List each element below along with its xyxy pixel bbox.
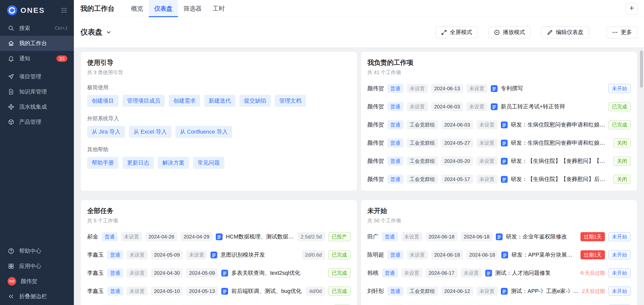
work-item-title[interactable]: 意图识别模块开发 xyxy=(221,251,265,259)
dashboard-selector[interactable]: 仪表盘 xyxy=(80,27,112,37)
work-item-title[interactable]: HCM数据梳理、测试数据整理 xyxy=(226,233,294,240)
work-item-row[interactable]: 郝金普通未设置2024-04-262024-04-29HCM数据梳理、测试数据整… xyxy=(87,228,351,246)
work-item-title[interactable]: 研发：【生病住院】【丧葬慰问】【红娘奖】 xyxy=(511,157,610,165)
search-label: 搜索 xyxy=(19,24,30,32)
guide-links: 创建项目管理项目成员创建需求新建迭代提交缺陷管理文档 xyxy=(87,95,351,107)
work-item-title[interactable]: 研发：生病住院慰问丧葬申请和红娘奖申请… xyxy=(511,121,605,129)
guide-link[interactable]: 创建项目 xyxy=(87,95,118,107)
guide-link[interactable]: 解决方案 xyxy=(158,157,189,169)
work-item-title[interactable]: 研发：APP菜单分块展示研发中… xyxy=(511,251,577,259)
work-item-title[interactable]: 专利撰写 xyxy=(501,85,523,92)
work-rows: 田广普通未设置2024-06-182024-06-18研发：企业年鉴权限修改过期… xyxy=(367,228,631,305)
work-item-row[interactable]: 李鑫玉普通未设置2024-05-09未设置意图识别模块开发2d/0.6d已完成 xyxy=(87,246,351,264)
group-tag: 工会党群组 xyxy=(407,175,438,184)
sidebar-item-notifications[interactable]: 通知33 xyxy=(0,51,74,66)
work-item-row[interactable]: 颜伟贺普通工会党群组2024-06-03未设置研发：生病住院慰问丧葬申请和红娘奖… xyxy=(367,116,631,134)
row-badges: 2.5d/2.5d已投产 xyxy=(298,232,350,241)
edit-icon xyxy=(547,29,553,36)
workload-tag: 2d/0.6d xyxy=(302,250,325,259)
dashboard-grid: 使用引导共 3 类使用引导极简使用创建项目管理项目成员创建需求新建迭代提交缺陷管… xyxy=(74,47,644,305)
row-badges: 关闭 xyxy=(614,138,631,147)
due-date-tag: 未设置 xyxy=(476,287,498,296)
sidebar-item-product[interactable]: 产品管理 xyxy=(0,114,74,130)
apps-icon xyxy=(8,263,15,270)
work-item-title[interactable]: 研发：企业年鉴权限修改 xyxy=(506,233,567,240)
expiry-badge: 过期1天 xyxy=(580,232,605,241)
toolbar-button-more[interactable]: 更多 xyxy=(606,26,637,38)
ones-logo-icon xyxy=(7,5,17,15)
guide-link[interactable]: 从 Jira 导入 xyxy=(87,126,125,138)
work-item-row[interactable]: 颜伟贺普通工会党群组2024-05-27未设置研发：生病住院慰问丧葬申请和红娘奖… xyxy=(367,134,631,152)
sidebar-item-workspace[interactable]: 我的工作台 xyxy=(0,36,74,51)
work-item-row[interactable]: 刘轩彤普通工会党群组2024-06-13未设置测试：工会管理-》工惠…3天后过期… xyxy=(367,300,631,305)
due-date-tag: 未设置 xyxy=(466,102,487,111)
group-tag: 未设置 xyxy=(127,250,148,259)
tab-dashboard[interactable]: 仪表盘 xyxy=(149,0,178,17)
work-item-row[interactable]: 刘轩彤普通工会党群组2024-06-12未设置测试：APP-》工惠e家-》工会…… xyxy=(367,282,631,300)
tab-filters[interactable]: 筛选器 xyxy=(178,0,207,17)
sidebar-item-label: 流水线集成 xyxy=(19,103,47,111)
sidebar-item-pipeline[interactable]: 流水线集成 xyxy=(0,99,74,114)
app-grid-icon[interactable] xyxy=(61,7,67,14)
priority-tag: 普通 xyxy=(382,232,398,241)
sidebar-item-user[interactable]: 伟贺颜伟贺 xyxy=(0,274,74,289)
work-item-row[interactable]: 田广普通未设置2024-06-182024-06-18研发：企业年鉴权限修改过期… xyxy=(367,228,631,246)
guide-link[interactable]: 提交缺陷 xyxy=(239,95,271,107)
sidebar-item-wiki[interactable]: 知识库管理 xyxy=(0,84,74,99)
guide-link[interactable]: 常见问题 xyxy=(193,157,224,169)
work-item-row[interactable]: 李鑫玉普通未设置2024-04-302024-05-09多表关联查询、text2… xyxy=(87,264,351,282)
work-item-row[interactable]: 韩桃普通未设置2024-06-17未设置测试：人才池问题修复今天后过期未开始 xyxy=(367,264,631,282)
sidebar-item-project[interactable]: 项目管理 xyxy=(0,69,74,84)
work-item-title[interactable]: 测试：人才池问题修复 xyxy=(495,269,551,277)
work-item-row[interactable]: 陈明超普通未设置2024-06-182024-06-18研发：APP菜单分块展示… xyxy=(367,246,631,264)
sidebar-item-collapse[interactable]: 折叠侧边栏 xyxy=(0,289,74,304)
work-item-title[interactable]: 前后端联调、测试、bug优化 xyxy=(231,287,302,295)
add-view-button[interactable]: + xyxy=(626,3,637,14)
sidebar-nav-footer: 帮助中心应用中心伟贺颜伟贺折叠侧边栏 xyxy=(0,243,74,305)
vertical-scrollbar[interactable] xyxy=(640,50,643,88)
guide-link[interactable]: 更新日志 xyxy=(122,157,154,169)
work-item-icon xyxy=(491,85,498,92)
due-date-tag: 未设置 xyxy=(461,268,482,278)
sidebar-item-app-center[interactable]: 应用中心 xyxy=(0,259,74,274)
guide-link[interactable]: 从 Excel 导入 xyxy=(129,126,171,138)
work-item-title[interactable]: 测试：APP-》工惠e家-》工会… xyxy=(511,287,579,295)
work-item-row[interactable]: 李鑫玉普通未设置2024-05-102024-05-13前后端联调、测试、bug… xyxy=(87,282,351,300)
work-item-title[interactable]: 研发：生病住院慰问丧葬申请和红娘奖申请审… xyxy=(511,139,610,147)
assignee-name: 颜伟贺 xyxy=(367,121,384,129)
work-item-row[interactable]: 颜伟贺普通未设置2024-06-13未设置专利撰写未开始 xyxy=(367,79,631,98)
work-item-row[interactable]: 郝金普通未设置2024-04-282024-05-10前端页面开发、接口对接关闭 xyxy=(87,300,351,305)
guide-link[interactable]: 管理文档 xyxy=(275,95,306,107)
work-item-title[interactable]: 研发：【生病住院】【丧葬慰问】后端研发 xyxy=(511,175,610,183)
guide-link[interactable]: 创建需求 xyxy=(169,95,200,107)
toolbar-button-label: 更多 xyxy=(621,28,632,36)
assignee-name: 郝金 xyxy=(87,233,98,240)
work-item-row[interactable]: 颜伟贺普通未设置2024-06-03未设置新员工转正考试+转正答辩已完成 xyxy=(367,98,631,116)
due-date-tag: 未设置 xyxy=(476,175,498,184)
work-item-title[interactable]: 新员工转正考试+转正答辩 xyxy=(501,103,565,110)
row-badges: 过期1天未开始 xyxy=(580,250,631,259)
start-date-tag: 2024-06-03 xyxy=(431,102,463,111)
send-icon xyxy=(8,73,15,80)
tab-hours[interactable]: 工时 xyxy=(207,0,230,17)
sidebar-item-help-center[interactable]: 帮助中心 xyxy=(0,243,74,259)
row-badges: 2d/0.6d已完成 xyxy=(302,250,351,259)
due-date-tag: 2024-06-18 xyxy=(466,250,498,259)
work-item-row[interactable]: 颜伟贺普通工会党群组2024-05-20未设置研发：【生病住院】【丧葬慰问】【红… xyxy=(367,152,631,170)
tab-overview[interactable]: 概览 xyxy=(126,0,149,17)
topbar-tabs: 概览仪表盘筛选器工时 xyxy=(126,0,230,17)
guide-link[interactable]: 帮助手册 xyxy=(87,157,118,169)
toolbar-button-fullscreen[interactable]: 全屏模式 xyxy=(435,26,478,38)
toolbar-button-play[interactable]: 播放模式 xyxy=(488,26,531,38)
sidebar-search[interactable]: 搜索 Ctrl+J xyxy=(0,21,74,36)
work-item-title[interactable]: 多表关联查询、text2sql优化 xyxy=(231,269,300,277)
assignee-name: 颜伟贺 xyxy=(367,103,384,110)
group-tag: 未设置 xyxy=(407,250,428,259)
guide-link[interactable]: 新建迭代 xyxy=(204,95,235,107)
card-title: 使用引导 xyxy=(87,58,351,67)
work-item-icon xyxy=(216,233,223,240)
guide-link[interactable]: 管理项目成员 xyxy=(122,95,165,107)
guide-link[interactable]: 从 Confluence 导入 xyxy=(175,126,232,138)
work-item-row[interactable]: 颜伟贺普通工会党群组2024-05-17未设置研发：【生病住院】【丧葬慰问】后端… xyxy=(367,170,631,188)
toolbar-button-edit[interactable]: 编辑仪表盘 xyxy=(541,26,589,38)
